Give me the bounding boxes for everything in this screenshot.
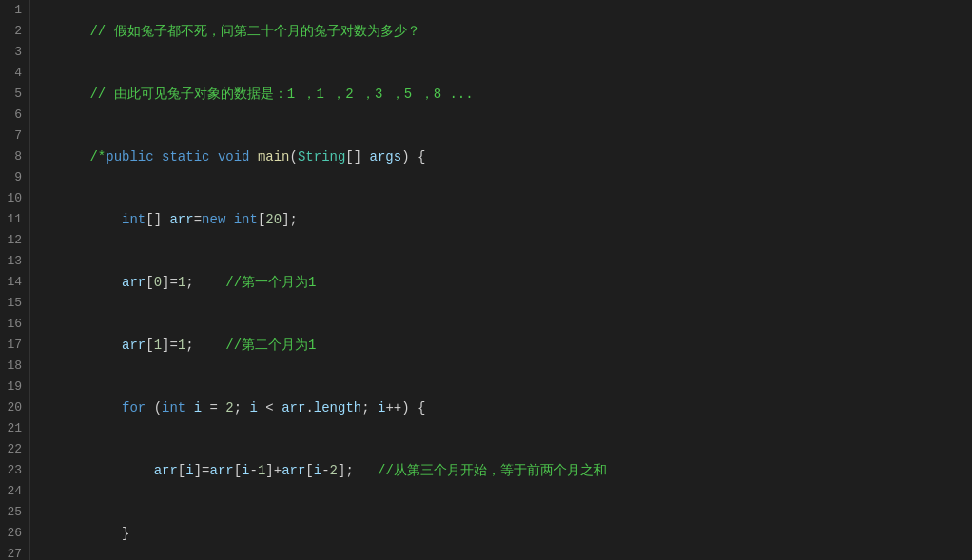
line-num-23: 23 (4, 460, 22, 481)
code-line-8: arr[i]=arr[i-1]+arr[i-2]; //从第三个月开始，等于前两… (42, 439, 972, 502)
line-num-24: 24 (4, 481, 22, 502)
line-numbers: 1 2 3 4 5 6 7 8 9 10 11 12 13 14 15 16 1… (0, 0, 30, 560)
line-num-20: 20 (4, 397, 22, 418)
line-num-17: 17 (4, 335, 22, 356)
line-num-4: 4 (4, 63, 22, 84)
line-num-22: 22 (4, 439, 22, 460)
code-content[interactable]: // 假如兔子都不死，问第二十个月的兔子对数为多少？ // 由此可见兔子对象的数… (30, 0, 972, 560)
line-num-7: 7 (4, 126, 22, 146)
line-num-11: 11 (4, 209, 22, 230)
line-num-10: 10 (4, 188, 22, 209)
line-num-14: 14 (4, 272, 22, 293)
code-line-7: for (int i = 2; i < arr.length; i++) { (42, 377, 972, 439)
line-num-6: 6 (4, 105, 22, 126)
code-line-1: // 假如兔子都不死，问第二十个月的兔子对数为多少？ (42, 0, 972, 63)
line-num-5: 5 (4, 84, 22, 105)
line-num-26: 26 (4, 523, 22, 544)
line-num-25: 25 (4, 502, 22, 523)
code-line-5: arr[0]=1; //第一个月为1 (42, 251, 972, 314)
code-editor: 1 2 3 4 5 6 7 8 9 10 11 12 13 14 15 16 1… (0, 0, 972, 560)
code-line-2: // 由此可见兔子对象的数据是：1 ，1 ，2 ，3 ，5 ，8 ... (42, 63, 972, 126)
line-num-21: 21 (4, 418, 22, 439)
line-num-18: 18 (4, 356, 22, 377)
line-num-12: 12 (4, 230, 22, 251)
code-line-3: /*public static void main(String[] args)… (42, 126, 972, 188)
line-num-13: 13 (4, 251, 22, 272)
line-num-1: 1 (4, 0, 22, 21)
line-num-19: 19 (4, 377, 22, 397)
line-num-16: 16 (4, 314, 22, 335)
line-num-27: 27 (4, 544, 22, 560)
line-num-9: 9 (4, 167, 22, 188)
line-num-2: 2 (4, 21, 22, 42)
code-line-4: int[] arr=new int[20]; (42, 188, 972, 251)
line-num-8: 8 (4, 146, 22, 167)
line-num-15: 15 (4, 293, 22, 314)
line-num-3: 3 (4, 42, 22, 63)
code-line-9: } (42, 502, 972, 560)
code-line-6: arr[1]=1; //第二个月为1 (42, 314, 972, 377)
